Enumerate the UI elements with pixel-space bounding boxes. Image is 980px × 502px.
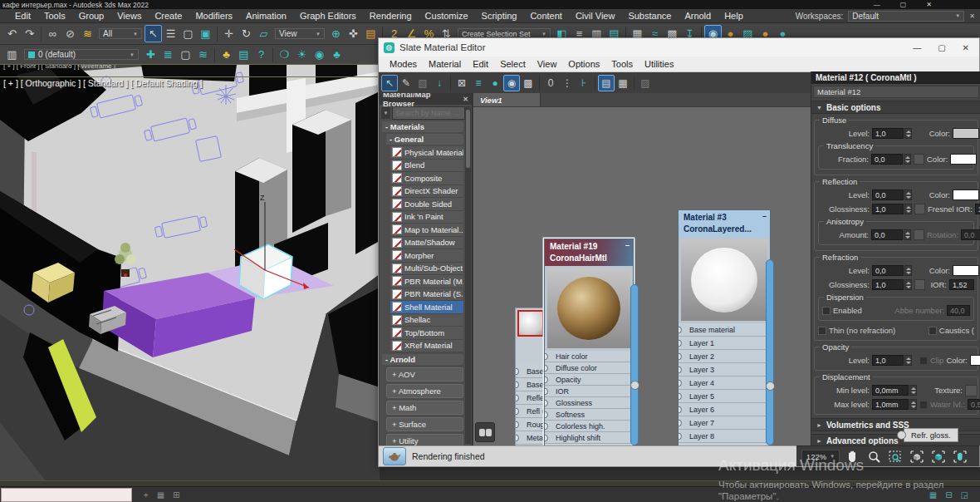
opacity-color-swatch[interactable]: [970, 355, 980, 366]
window-crossing-icon[interactable]: ▣: [197, 25, 214, 42]
menu-item[interactable]: Create: [148, 11, 189, 21]
time-config-icon[interactable]: ▦: [929, 490, 937, 500]
amount-spinner[interactable]: 0,0: [871, 229, 911, 240]
slot-socket-icon[interactable]: [516, 394, 519, 401]
pan-hand-icon[interactable]: [843, 448, 861, 465]
menu-item[interactable]: Graph Editors: [293, 11, 363, 21]
slot-socket-icon[interactable]: [679, 379, 682, 386]
material-preview-selected[interactable]: [517, 310, 544, 337]
rotation-spinner[interactable]: 0,0: [961, 229, 980, 240]
selection-lock-icon[interactable]: ⌖: [144, 490, 149, 500]
maximize-icon[interactable]: ▢: [938, 43, 945, 52]
sep[interactable]: [595, 76, 595, 91]
node-slot[interactable]: Highlight shift: [545, 432, 633, 444]
editor-titlebar[interactable]: ◍ Slate Material Editor — ▢ ✕: [379, 38, 979, 57]
preview-list-icon[interactable]: ▤: [598, 75, 615, 91]
node-slot[interactable]: Softness: [545, 409, 633, 421]
key-mode-icon[interactable]: ⊟: [945, 490, 952, 500]
menu-item[interactable]: Rendering: [363, 11, 419, 21]
display-stack-icon[interactable]: ≋: [194, 46, 212, 63]
node-header[interactable]: Material #3 CoronaLayered... –: [679, 210, 770, 237]
zoom-extents-icon[interactable]: [908, 448, 926, 465]
reference-coordinate-dropdown[interactable]: View▼: [275, 28, 325, 39]
create-light-icon[interactable]: ❍: [276, 46, 293, 63]
water-level-checkbox[interactable]: [919, 401, 928, 409]
editor-menu-item[interactable]: Tools: [605, 59, 639, 69]
translucency-color-swatch[interactable]: [950, 154, 977, 165]
editor-menu-item[interactable]: Material: [423, 59, 467, 69]
zoom-extents-selected-icon[interactable]: [929, 448, 948, 465]
node-slot[interactable]: Layer 1: [679, 337, 770, 350]
browser-material-item[interactable]: Double Sided: [390, 198, 463, 211]
edit-poly-mode-icon[interactable]: ▥: [3, 46, 21, 63]
selection-filter-dropdown[interactable]: All▼: [99, 28, 142, 39]
editor-menu-item[interactable]: View: [532, 59, 563, 69]
node-view[interactable]: View1 Base Base Refle Refl C Roug: [473, 93, 811, 445]
create-layer-icon[interactable]: ✚: [142, 46, 159, 63]
sunlight-icon[interactable]: ☀: [293, 46, 311, 63]
undo-icon[interactable]: ↶: [3, 25, 21, 42]
slot-socket-icon[interactable]: [679, 326, 682, 333]
node-slot[interactable]: Layer 5: [679, 390, 770, 403]
floating-slot-refr-gloss[interactable]: Refr. gloss.: [897, 428, 958, 442]
slot-socket-icon[interactable]: [516, 407, 519, 415]
fraction-spinner[interactable]: 0,0: [871, 154, 911, 165]
layout-all-icon[interactable]: ≡: [470, 75, 487, 91]
layout-children-icon[interactable]: ⋮: [559, 75, 576, 91]
browser-arnold-item[interactable]: + Atmosphere: [386, 384, 463, 398]
browser-arnold-item[interactable]: + Surface: [386, 417, 463, 431]
anisotropy-map-button[interactable]: [914, 229, 924, 240]
sep[interactable]: [634, 76, 635, 91]
slot-socket-icon[interactable]: [679, 352, 682, 360]
clip-checkbox[interactable]: [919, 357, 928, 365]
node-slot[interactable]: Base material: [679, 323, 770, 337]
browser-material-item[interactable]: Top/Bottom: [390, 327, 463, 340]
refraction-gloss-map-button[interactable]: [914, 279, 925, 290]
menu-item[interactable]: Animation: [239, 11, 293, 21]
options-grid-icon[interactable]: ▦: [615, 75, 631, 91]
binoculars-icon[interactable]: [475, 422, 495, 442]
water-level-spinner[interactable]: 0,5: [968, 399, 980, 410]
ior-spinner[interactable]: 1,52: [949, 279, 974, 290]
close-icon[interactable]: ✕: [926, 1, 932, 8]
material-name-field[interactable]: Material #12: [813, 86, 979, 98]
browser-material-item[interactable]: PBR Material (S...: [390, 288, 463, 302]
abbe-spinner[interactable]: 40,0: [947, 305, 970, 316]
browser-options-icon[interactable]: ▼: [381, 107, 390, 119]
select-and-rotate-icon[interactable]: ↻: [238, 25, 255, 42]
slot-socket-icon[interactable]: [679, 339, 682, 347]
node-slot[interactable]: Bump: [545, 444, 633, 445]
node-slot[interactable]: Opacity: [545, 374, 633, 386]
slot-socket-icon[interactable]: [516, 434, 519, 441]
put-to-library-icon[interactable]: ▧: [414, 75, 431, 91]
close-icon[interactable]: ✕: [963, 43, 969, 52]
node-slot[interactable]: Colorless high.: [545, 421, 633, 432]
browser-header[interactable]: Material/Map Browser ✕: [380, 93, 472, 105]
select-and-link-icon[interactable]: ∞: [44, 25, 61, 42]
thin-checkbox[interactable]: [818, 327, 826, 335]
node-output-socket[interactable]: [630, 381, 639, 390]
browser-material-item[interactable]: Ink 'n Paint: [390, 211, 463, 224]
slot-socket-icon[interactable]: [545, 364, 548, 372]
fresnel-ior-spinner[interactable]: 1,52: [975, 204, 980, 214]
menu-item[interactable]: Civil View: [569, 11, 621, 21]
node-corona-hair-mtl[interactable]: Material #19 CoronaHairMtl – Hair color …: [544, 239, 634, 445]
viewport[interactable]: Z [ + ] [ Front ] [ Standard ] [ Wirefra…: [0, 65, 380, 486]
editor-menu-item[interactable]: Utilities: [639, 59, 679, 69]
create-camera-icon[interactable]: ◉: [311, 46, 328, 63]
browser-material-item[interactable]: DirectX Shader: [390, 185, 463, 199]
zoom-region-icon[interactable]: [886, 448, 904, 465]
slot-socket-icon[interactable]: [679, 419, 682, 426]
browser-material-item[interactable]: Shellac: [390, 314, 463, 327]
menu-item[interactable]: Scripting: [475, 11, 524, 21]
node-slot[interactable]: Diffuse color: [545, 362, 633, 374]
menu-item[interactable]: Modifiers: [189, 11, 239, 21]
sep[interactable]: [450, 76, 451, 91]
open-explorer-icon[interactable]: ▤: [235, 46, 252, 63]
populate-icon[interactable]: ♣: [218, 46, 235, 63]
node-slot[interactable]: Layer 8: [679, 430, 770, 443]
maximize-icon[interactable]: ▢: [900, 1, 907, 8]
menu-item[interactable]: Arnold: [678, 11, 718, 21]
collapse-icon[interactable]: –: [762, 211, 767, 221]
foliage-icon[interactable]: ♣: [328, 46, 345, 63]
